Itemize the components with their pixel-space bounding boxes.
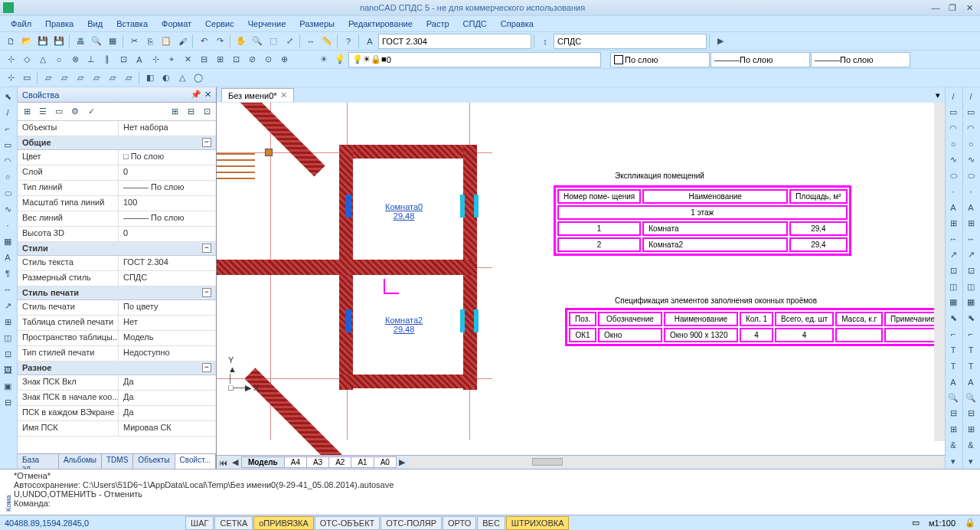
status-ОТС-ПОЛЯР[interactable]: ОТС-ПОЛЯР bbox=[381, 516, 442, 530]
measure-icon[interactable]: 📏 bbox=[319, 34, 335, 49]
status-оПРИВЯЗКА[interactable]: оПРИВЯЗКА bbox=[253, 516, 314, 530]
tab-prev-icon[interactable]: ◀ bbox=[229, 457, 241, 467]
rtool-1-8-icon[interactable]: ⊞ bbox=[963, 216, 978, 231]
layout-tab-A1[interactable]: A1 bbox=[351, 456, 374, 468]
text-style-combo[interactable]: ГОСТ 2.304 bbox=[378, 34, 531, 49]
rtool-1-11-icon[interactable]: ⊡ bbox=[963, 263, 978, 279]
hatch-icon[interactable]: ▦ bbox=[0, 234, 15, 249]
snap2-icon[interactable]: ◇ bbox=[19, 52, 34, 67]
pt4-icon[interactable]: ⚙ bbox=[67, 104, 83, 119]
layout-tab-A2[interactable]: A2 bbox=[328, 456, 351, 468]
prop-row[interactable]: Таблица стилей печатиНет bbox=[18, 316, 216, 331]
textstyle-icon[interactable]: A bbox=[362, 34, 377, 49]
spline-icon[interactable]: ∿ bbox=[0, 201, 15, 217]
linetype-combo[interactable]: ――― По слою bbox=[710, 52, 810, 67]
ellipse-icon[interactable]: ⬭ bbox=[0, 185, 15, 201]
rtool-1-21-icon[interactable]: ⊞ bbox=[963, 422, 978, 437]
print-icon[interactable]: 🖶 bbox=[73, 34, 88, 49]
sphere-icon[interactable]: ◐ bbox=[158, 70, 174, 86]
prop-row[interactable]: Высота 3D0 bbox=[18, 227, 216, 242]
snap7-icon[interactable]: ∥ bbox=[100, 52, 115, 67]
snap18-icon[interactable]: ⊕ bbox=[276, 52, 292, 67]
drawing-canvas[interactable]: Комната029,48 Комната229,48 Y▲│□──▶ X Эк… bbox=[217, 103, 945, 455]
snap9-icon[interactable]: A bbox=[132, 52, 147, 67]
rtool-0-8-icon[interactable]: ⊞ bbox=[946, 216, 961, 231]
plot-icon[interactable]: ▦ bbox=[105, 34, 120, 49]
preview-icon[interactable]: 🔍 bbox=[89, 34, 104, 49]
pan-icon[interactable]: ✋ bbox=[234, 34, 249, 49]
rtool-1-13-icon[interactable]: ▦ bbox=[963, 295, 978, 310]
image-icon[interactable]: 🖼 bbox=[0, 362, 15, 378]
prop-tab-4[interactable]: Свойст... bbox=[175, 454, 216, 469]
rtool-1-7-icon[interactable]: A bbox=[963, 200, 978, 215]
cube-icon[interactable]: ◧ bbox=[142, 70, 158, 86]
specification-table[interactable]: Поз.Обозначение НаименованиеКол. 1 Всего… bbox=[565, 308, 945, 346]
rtool-0-10-icon[interactable]: ↗ bbox=[946, 247, 961, 263]
rtool-1-16-icon[interactable]: T bbox=[963, 342, 978, 358]
minimize-button[interactable]: — bbox=[928, 2, 943, 13]
rtool-1-22-icon[interactable]: & bbox=[963, 437, 978, 453]
close-button[interactable]: ✕ bbox=[962, 2, 977, 13]
doc-dropdown-icon[interactable]: ▾ bbox=[931, 90, 945, 100]
menu-2[interactable]: Вид bbox=[81, 18, 109, 30]
rtool-1-23-icon[interactable]: ▾ bbox=[963, 453, 978, 469]
dim-icon[interactable]: ↔ bbox=[303, 34, 318, 49]
rtool-1-12-icon[interactable]: ◫ bbox=[963, 279, 978, 294]
tab-next-icon[interactable]: ▶ bbox=[396, 457, 408, 467]
status-ШТРИХОВКА[interactable]: ШТРИХОВКА bbox=[506, 516, 570, 530]
prop-row[interactable]: Знак ПСК ВклДа bbox=[18, 375, 216, 391]
cursor-icon[interactable]: ⬉ bbox=[0, 89, 15, 104]
rtool-1-0-icon[interactable]: / bbox=[963, 89, 978, 104]
snap17-icon[interactable]: ⊙ bbox=[260, 52, 276, 67]
prop-tab-2[interactable]: TDMS bbox=[102, 454, 133, 469]
lock-icon[interactable]: 🔒 bbox=[960, 518, 980, 528]
menu-5[interactable]: Сервис bbox=[199, 18, 240, 30]
layout-tab-A0[interactable]: A0 bbox=[374, 456, 397, 468]
menu-6[interactable]: Черчение bbox=[242, 18, 292, 30]
prop-row[interactable]: ПСК в каждом ВЭкранеДа bbox=[18, 406, 216, 421]
mtext-icon[interactable]: ¶ bbox=[0, 266, 15, 281]
prop-row[interactable]: Имя ПСКМировая СК bbox=[18, 421, 216, 437]
pt5-icon[interactable]: ✓ bbox=[83, 104, 99, 119]
circle-icon[interactable]: ○ bbox=[0, 169, 15, 185]
rtool-1-4-icon[interactable]: ∿ bbox=[963, 152, 978, 168]
rtool-0-23-icon[interactable]: ▾ bbox=[946, 453, 961, 469]
status-СЕТКА[interactable]: СЕТКА bbox=[214, 516, 253, 530]
rtool-0-2-icon[interactable]: ◠ bbox=[946, 120, 961, 136]
rtool-0-22-icon[interactable]: & bbox=[946, 437, 961, 453]
rtool-0-19-icon[interactable]: 🔍 bbox=[946, 390, 961, 405]
paste-icon[interactable]: 📋 bbox=[158, 34, 174, 49]
menu-9[interactable]: Растр bbox=[420, 18, 456, 30]
props-pin-icon[interactable]: 📌 bbox=[191, 90, 201, 100]
pt7-icon[interactable]: ⊟ bbox=[183, 104, 198, 119]
rtool-1-3-icon[interactable]: ○ bbox=[963, 136, 978, 152]
explication-table[interactable]: Номер поме- щенияНаименованиеПлощадь, м²… bbox=[554, 185, 851, 256]
rtool-0-21-icon[interactable]: ⊞ bbox=[946, 422, 961, 437]
zoomext-icon[interactable]: ⤢ bbox=[282, 34, 297, 49]
point-icon[interactable]: · bbox=[0, 218, 15, 233]
rtool-1-1-icon[interactable]: ▭ bbox=[963, 105, 978, 120]
tab-first-icon[interactable]: ⏮ bbox=[217, 458, 229, 467]
pt2-icon[interactable]: ☰ bbox=[35, 104, 51, 119]
prop-row[interactable]: Стиль текстаГОСТ 2.304 bbox=[18, 256, 216, 271]
rtool-0-0-icon[interactable]: / bbox=[946, 89, 961, 104]
rtool-0-7-icon[interactable]: A bbox=[946, 200, 961, 215]
rtool-0-6-icon[interactable]: · bbox=[946, 184, 961, 199]
prop-row[interactable]: Тип стилей печатиНедоступно bbox=[18, 346, 216, 362]
pt8-icon[interactable]: ⊡ bbox=[199, 104, 214, 119]
snap13-icon[interactable]: ⊟ bbox=[196, 52, 211, 67]
open-icon[interactable]: 📂 bbox=[19, 34, 34, 49]
rtool-1-10-icon[interactable]: ↗ bbox=[963, 247, 978, 263]
rtool-0-13-icon[interactable]: ▦ bbox=[946, 295, 961, 310]
layout-tab-A3[interactable]: A3 bbox=[306, 456, 329, 468]
rtool-0-18-icon[interactable]: A bbox=[946, 375, 961, 390]
leader-icon[interactable]: ↗ bbox=[0, 298, 15, 313]
dimstyle-icon[interactable]: ↕ bbox=[537, 34, 553, 49]
doc-close-icon[interactable]: ✕ bbox=[280, 90, 287, 100]
save-icon[interactable]: 💾 bbox=[35, 34, 51, 49]
prop-tab-1[interactable]: Альбомы bbox=[59, 454, 102, 469]
pline-icon[interactable]: ⌐ bbox=[0, 121, 15, 136]
snap15-icon[interactable]: ⊡ bbox=[228, 52, 243, 67]
match-icon[interactable]: 🖌 bbox=[175, 34, 190, 49]
rtool-1-6-icon[interactable]: · bbox=[963, 184, 978, 199]
